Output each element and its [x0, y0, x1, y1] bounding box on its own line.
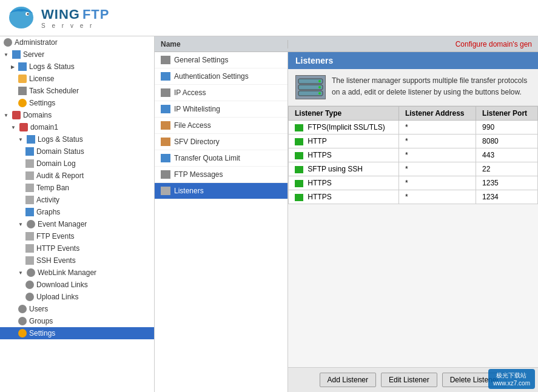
svg-point-7: [318, 86, 321, 88]
sidebar-item-logs-status[interactable]: ▶ Logs & Status: [0, 61, 154, 73]
listeners-title: Listeners: [295, 56, 333, 65]
audit-icon: [25, 171, 34, 180]
nav-file-access[interactable]: File Access: [155, 118, 287, 134]
nav-ip-whitelisting[interactable]: IP Whitelisting: [155, 101, 287, 118]
toggle-icon: ▼: [18, 270, 23, 276]
sidebar-item-temp-ban[interactable]: Temp Ban: [0, 182, 154, 194]
watermark: 极光下载站 www.xz7.com: [488, 369, 535, 389]
toggle-icon: ▶: [11, 64, 15, 70]
sidebar-label: Event Manager: [38, 220, 87, 228]
content-area: Name Configure domain's gen General Sett…: [155, 36, 538, 392]
sidebar-label: Audit & Report: [36, 171, 84, 180]
sidebar-item-administrator[interactable]: Administrator: [0, 36, 154, 48]
nav-label: Transfer Quota Limit: [174, 154, 240, 162]
nav-authentication-settings[interactable]: Authentication Settings: [155, 68, 287, 85]
users-icon: [18, 305, 27, 313]
sidebar-item-http-events[interactable]: HTTP Events: [0, 242, 154, 254]
cell-address: *: [398, 148, 476, 162]
sidebar-item-event-manager[interactable]: ▼ Event Manager: [0, 218, 154, 230]
table-row[interactable]: HTTPS * 443: [289, 148, 538, 162]
server-image-icon: [297, 76, 324, 98]
sidebar-label: Server: [23, 50, 44, 59]
sidebar-item-users[interactable]: Users: [0, 303, 154, 315]
add-listener-button[interactable]: Add Listener: [320, 373, 376, 387]
sidebar-item-domain-status[interactable]: Domain Status: [0, 145, 154, 158]
app-header: WING FTP S e r v e r: [0, 0, 538, 36]
sidebar-item-activity[interactable]: Activity: [0, 194, 154, 206]
sidebar-item-domain-log[interactable]: Domain Log: [0, 158, 154, 170]
row-icon: [295, 138, 303, 145]
domain1-icon: [19, 123, 28, 131]
weblink-icon: [27, 268, 35, 277]
sidebar-item-audit-report[interactable]: Audit & Report: [0, 170, 154, 182]
sidebar: Administrator ▼ Server ▶ Logs & Status L…: [0, 36, 155, 392]
logs-icon: [18, 62, 27, 71]
sidebar-label: Settings: [29, 329, 55, 337]
sidebar-label: SSH Events: [36, 256, 76, 265]
name-header: Name: [155, 40, 288, 48]
cell-type: SFTP using SSH: [289, 162, 399, 176]
watermark-line2: www.xz7.com: [493, 380, 530, 387]
sidebar-item-task-scheduler[interactable]: Task Scheduler: [0, 85, 154, 97]
tempban-icon: [25, 184, 34, 192]
auth-settings-icon: [161, 72, 170, 81]
nav-transfer-quota[interactable]: Transfer Quota Limit: [155, 150, 287, 167]
domain-settings-icon: [18, 329, 27, 337]
sidebar-item-ssh-events[interactable]: SSH Events: [0, 254, 154, 267]
watermark-line1: 极光下载站: [493, 371, 530, 380]
nav-label: SFV Directory: [174, 138, 220, 146]
toggle-icon: ▼: [4, 113, 8, 118]
cell-address: *: [398, 162, 476, 176]
sidebar-item-download-links[interactable]: Download Links: [0, 279, 154, 291]
general-settings-icon: [161, 56, 170, 64]
activity-icon: [25, 196, 34, 204]
nav-label: Authentication Settings: [174, 72, 249, 81]
ssh-events-icon: [25, 256, 34, 265]
edit-listener-button[interactable]: Edit Listener: [381, 373, 437, 387]
sidebar-item-domains[interactable]: ▼ Domains: [0, 109, 154, 121]
listeners-title-bar: Listeners: [288, 52, 538, 69]
listeners-image: [295, 75, 326, 99]
sidebar-label: Administrator: [15, 38, 58, 47]
sidebar-item-groups[interactable]: Groups: [0, 315, 154, 327]
sidebar-label: Groups: [29, 317, 53, 325]
table-row[interactable]: HTTPS * 1235: [289, 176, 538, 190]
sidebar-item-upload-links[interactable]: Upload Links: [0, 291, 154, 303]
ip-whitelisting-icon: [161, 105, 170, 113]
groups-icon: [18, 317, 27, 325]
sidebar-item-domain-settings[interactable]: Settings: [0, 327, 154, 339]
sfv-directory-icon: [161, 138, 170, 146]
nav-ip-access[interactable]: IP Access: [155, 85, 287, 101]
nav-listeners[interactable]: Listeners: [155, 183, 287, 199]
sidebar-label: Domain Status: [36, 147, 84, 156]
sidebar-item-domain1[interactable]: ▼ domain1: [0, 121, 154, 133]
sidebar-item-weblink-manager[interactable]: ▼ WebLink Manager: [0, 267, 154, 279]
ftp-events-icon: [25, 232, 34, 241]
row-icon: [295, 166, 303, 173]
panel-layout: General Settings Authentication Settings…: [155, 52, 538, 392]
svg-point-8: [318, 92, 321, 95]
http-events-icon: [25, 244, 34, 253]
listeners-info: The listener manager supports multiple f…: [288, 69, 538, 106]
sidebar-item-ftp-events[interactable]: FTP Events: [0, 230, 154, 242]
table-row[interactable]: SFTP using SSH * 22: [289, 162, 538, 176]
nav-label: FTP Messages: [174, 170, 223, 179]
sidebar-item-server[interactable]: ▼ Server: [0, 48, 154, 61]
nav-general-settings[interactable]: General Settings: [155, 52, 287, 68]
content-top-bar: Name Configure domain's gen: [155, 36, 538, 52]
task-icon: [18, 87, 27, 95]
download-icon: [25, 281, 34, 289]
table-row[interactable]: FTPS(Implicit SSL/TLS) * 990: [289, 121, 538, 135]
logo-server: S e r v e r: [41, 22, 109, 29]
sidebar-item-license[interactable]: License: [0, 73, 154, 85]
toggle-icon: ▼: [18, 222, 23, 227]
license-icon: [18, 75, 27, 83]
sidebar-item-server-settings[interactable]: Settings: [0, 97, 154, 109]
sidebar-item-domain-logs[interactable]: ▼ Logs & Status: [0, 133, 154, 145]
file-access-icon: [161, 121, 170, 130]
sidebar-item-graphs[interactable]: Graphs: [0, 206, 154, 218]
nav-sfv-directory[interactable]: SFV Directory: [155, 134, 287, 150]
nav-ftp-messages[interactable]: FTP Messages: [155, 167, 287, 183]
table-row[interactable]: HTTP * 8080: [289, 135, 538, 148]
table-row[interactable]: HTTPS * 1234: [289, 190, 538, 204]
